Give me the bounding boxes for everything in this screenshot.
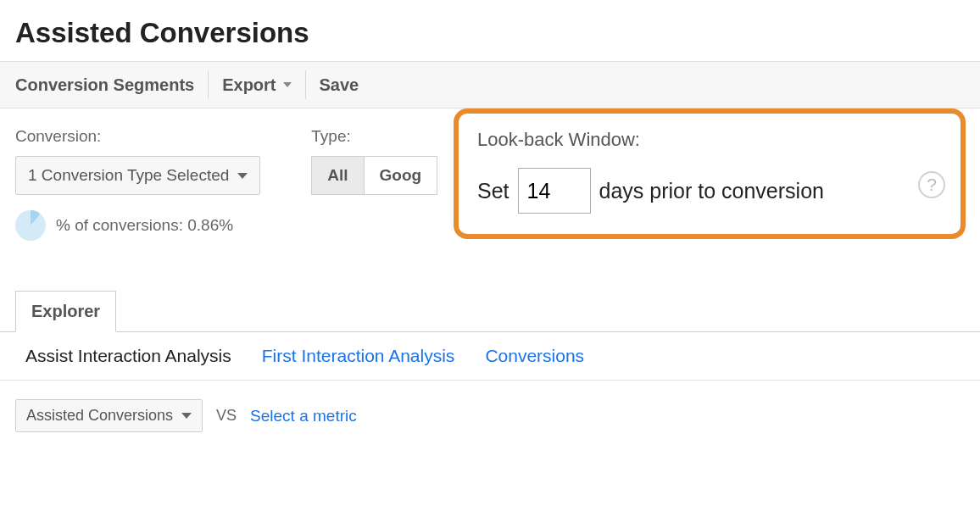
subtab-conversions[interactable]: Conversions	[485, 346, 584, 366]
caret-down-icon	[283, 82, 292, 87]
type-filter-label: Type:	[311, 127, 437, 146]
toolbar: Conversion Segments Export Save	[0, 61, 980, 108]
lookback-set-text: Set	[477, 179, 509, 203]
primary-metric-select[interactable]: Assisted Conversions	[15, 399, 203, 432]
conversion-filter-label: Conversion:	[15, 127, 260, 146]
caret-down-icon	[181, 413, 192, 419]
tab-explorer[interactable]: Explorer	[15, 291, 116, 332]
metric-row: Assisted Conversions vs Select a metric	[0, 381, 980, 451]
export-label: Export	[222, 75, 276, 95]
lookback-window-callout: Look-back Window: Set days prior to conv…	[454, 108, 966, 239]
type-pill-group: All Goog	[311, 156, 437, 195]
pie-chart-icon	[15, 210, 46, 241]
conversion-filter-block: Conversion: 1 Conversion Type Selected	[15, 127, 260, 195]
conversion-type-select[interactable]: 1 Conversion Type Selected	[15, 156, 260, 195]
caret-down-icon	[237, 173, 248, 179]
tab-row: Explorer	[0, 290, 980, 332]
lookback-input-line: Set days prior to conversion	[477, 168, 942, 214]
conversion-type-selected-text: 1 Conversion Type Selected	[28, 166, 229, 185]
conversion-segments-label: Conversion Segments	[15, 75, 194, 95]
pct-of-conversions-text: % of conversions: 0.86%	[56, 216, 233, 235]
page-title: Assisted Conversions	[0, 0, 980, 61]
type-pill-all[interactable]: All	[311, 156, 364, 195]
help-icon[interactable]: ?	[918, 171, 945, 198]
subtab-first-interaction[interactable]: First Interaction Analysis	[262, 346, 455, 366]
save-button[interactable]: Save	[306, 62, 373, 108]
conversion-segments-button[interactable]: Conversion Segments	[15, 62, 208, 108]
type-filter-block: Type: All Goog	[311, 127, 437, 195]
export-button[interactable]: Export	[209, 62, 304, 108]
type-pill-google[interactable]: Goog	[364, 156, 438, 195]
vs-text: vs	[216, 407, 237, 425]
lookback-suffix-text: days prior to conversion	[599, 179, 824, 203]
lookback-title: Look-back Window:	[477, 129, 942, 151]
select-metric-link[interactable]: Select a metric	[250, 407, 357, 425]
primary-metric-text: Assisted Conversions	[26, 407, 173, 425]
filters-row: Conversion: 1 Conversion Type Selected T…	[0, 108, 980, 195]
subtab-row: Assist Interaction Analysis First Intera…	[0, 332, 980, 381]
lookback-days-input[interactable]	[518, 168, 591, 214]
subtab-assist-interaction[interactable]: Assist Interaction Analysis	[25, 346, 231, 366]
save-label: Save	[320, 75, 359, 95]
